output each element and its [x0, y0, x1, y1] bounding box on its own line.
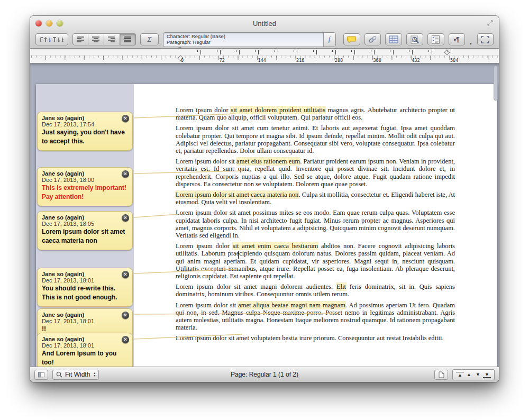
svg-text:A: A	[414, 38, 416, 41]
ruler-tab-stop[interactable]	[371, 50, 375, 54]
text-run[interactable]: Lorem ipsum dolor	[176, 106, 231, 114]
comment-close-icon[interactable]: ✕	[122, 312, 129, 319]
paragraph[interactable]: Lorem ipsum dolor sit amet voluptatem be…	[176, 334, 455, 342]
tab-stops-button[interactable]	[35, 33, 68, 45]
text-run[interactable]: Lorem ipsum dolor	[176, 242, 233, 250]
last-page-button[interactable]: ▼	[483, 372, 491, 378]
paragraph[interactable]: Lorem ipsum dolor sit amet aliqua beatae…	[176, 302, 455, 332]
paragraph[interactable]: Lorem ipsum dolor sit amet possimus mite…	[176, 209, 455, 239]
text-run[interactable]: Lorem ipsum dolor sit amet magni dolorem…	[176, 283, 336, 290]
macro-menu-button[interactable]: Σ	[140, 33, 159, 45]
paragraph-style-label: Paragraph: Regular	[167, 39, 320, 45]
text-run[interactable]: Lorem ipsum dolor sit amet cum tenetur a…	[176, 124, 455, 154]
page-navigation-group: ▲ ▲ ▼ ▼	[452, 369, 495, 380]
comment-author: Jane so (again)	[42, 336, 128, 342]
document-view[interactable]: Jane so (again) Dec 17, 2013, 17:54 Just…	[30, 63, 499, 367]
text-run[interactable]: Lorem ipsum dolor sit	[176, 302, 238, 309]
comment-close-icon[interactable]: ✕	[122, 214, 129, 222]
align-justify-button[interactable]	[120, 33, 136, 45]
comment-text: This is extremely important! Pay attenti…	[42, 184, 128, 202]
align-center-button[interactable]	[88, 33, 104, 45]
highlighted-text[interactable]: sit amet dolorem proident utilitatis	[231, 106, 325, 114]
comment-close-icon[interactable]: ✕	[122, 170, 129, 178]
ruler-number: 432	[412, 58, 419, 63]
ruler-tab-stop[interactable]	[390, 50, 394, 54]
minimize-window-button[interactable]	[46, 20, 52, 26]
ruler-tab-stop[interactable]	[428, 50, 432, 54]
paragraph[interactable]: Lorem ipsum dolor sit amet caeca materia…	[176, 191, 455, 206]
ruler-tab-stop[interactable]	[409, 50, 413, 54]
highlighted-text[interactable]: Lorem ipsum dolor sit amet caeca materia…	[176, 191, 298, 198]
ruler-tab-stop[interactable]	[197, 50, 201, 54]
style-functions-button[interactable]: ƒ	[323, 33, 335, 47]
comment-button[interactable]	[343, 33, 360, 45]
highlighted-text[interactable]: sit amet enim caeca bestiarum	[233, 242, 318, 250]
show-invisibles-button[interactable]: •¶	[449, 33, 465, 45]
next-page-button[interactable]: ▼	[474, 372, 482, 377]
ruler-tab-stop[interactable]	[351, 50, 355, 54]
paragraph[interactable]: Lorem ipsum dolor sit amet dolorem proid…	[176, 106, 455, 121]
titlebar[interactable]: Untitled	[30, 16, 499, 31]
comment-close-icon[interactable]: ✕	[122, 336, 129, 343]
zoom-stepper-icon[interactable]: ▴▾	[94, 372, 95, 377]
paragraph[interactable]: Lorem ipsum dolor sit amet magni dolorem…	[176, 283, 455, 298]
text-run[interactable]: Lorem ipsum dolor sit amet voluptatem be…	[176, 334, 444, 342]
comment-note[interactable]: Jane so (again) Dec 17, 2013, 18:05 Lore…	[37, 211, 133, 250]
ruler-tab-stop[interactable]	[255, 50, 259, 54]
paragraph[interactable]: Lorem ipsum dolor sit amet eius rationem…	[176, 158, 455, 188]
paragraph[interactable]: Lorem ipsum dolor sit amet enim caeca be…	[176, 242, 455, 280]
highlighted-text[interactable]: amet aliqua beatae magni nam magnam	[238, 302, 345, 309]
highlighted-text[interactable]: Elit	[336, 283, 346, 290]
find-button[interactable]: A	[406, 33, 423, 45]
zoom-level-control[interactable]: Fit Width ▴▾	[52, 370, 99, 380]
ruler-tick-row: 072144216288360432504	[30, 56, 499, 63]
comment-close-icon[interactable]: ✕	[122, 115, 129, 122]
ruler-tab-stop[interactable]	[275, 50, 278, 54]
comment-note[interactable]: Jane so (again) Dec 17, 2013, 18:01 You …	[37, 268, 133, 307]
text-run[interactable]: Lorem ipsum dolor sit amet possimus mite…	[176, 209, 455, 239]
comment-note[interactable]: Jane so (again) Dec 17, 2013, 17:54 Just…	[37, 112, 133, 151]
align-left-button[interactable]	[72, 33, 88, 45]
window-title: Untitled	[253, 20, 276, 28]
ruler-tab-stop[interactable]	[217, 50, 221, 54]
invisibles-dropdown-arrow[interactable]: ▾	[470, 42, 472, 48]
document-text-area[interactable]: Lorem ipsum dolor sit amet dolorem proid…	[134, 84, 497, 367]
ruler-tab-stop[interactable]	[294, 50, 297, 54]
close-window-button[interactable]	[35, 20, 42, 26]
comment-note[interactable]: Jane so (again) Dec 17, 2013, 18:00 This…	[37, 167, 133, 206]
text-run[interactable]: Lorem ipsum dolor sit	[176, 158, 236, 165]
comment-author: Jane so (again)	[42, 214, 128, 221]
statusbar: Page: Regular 1 (1 of 2) Fit Width ▴▾	[30, 367, 499, 382]
zoom-window-button[interactable]	[57, 20, 63, 26]
first-line-indent-marker[interactable]	[178, 49, 182, 53]
vertical-scrollbar-thumb[interactable]	[494, 66, 498, 101]
comments-margin[interactable]: Jane so (again) Dec 17, 2013, 17:54 Just…	[36, 84, 134, 367]
paragraph[interactable]: Lorem ipsum dolor sit amet cum tenetur a…	[176, 124, 455, 154]
comment-close-icon[interactable]: ✕	[122, 271, 129, 278]
ruler-tab-stop[interactable]	[313, 50, 317, 54]
ruler-tab-row[interactable]	[30, 49, 499, 56]
ruler-tab-stop[interactable]	[332, 50, 336, 54]
paragraph-style-field[interactable]: Character: Regular (Base) Paragraph: Reg…	[163, 32, 336, 47]
page-view-button[interactable]	[434, 370, 448, 380]
align-right-button[interactable]	[104, 33, 120, 45]
ruler-tab-stop[interactable]	[448, 50, 451, 54]
first-page-button[interactable]: ▲	[456, 372, 464, 378]
align-center-icon	[92, 36, 100, 42]
find-magnifier-icon: A	[410, 35, 419, 44]
sidebar-toggle-button[interactable]	[34, 370, 48, 380]
track-changes-button[interactable]	[427, 33, 444, 45]
previous-page-button[interactable]: ▲	[465, 372, 473, 377]
comment-note[interactable]: Jane so (again) Dec 17, 2013, 18:01 And …	[37, 333, 133, 367]
highlighted-text[interactable]: amet eius rationem eum	[236, 158, 300, 165]
comment-bubble-icon	[347, 36, 356, 43]
link-button[interactable]	[364, 33, 381, 45]
ruler-tab-stop[interactable]	[236, 50, 240, 54]
table-button[interactable]	[385, 33, 402, 45]
ruler[interactable]: 072144216288360432504	[30, 49, 499, 63]
page[interactable]: Jane so (again) Dec 17, 2013, 17:54 Just…	[36, 84, 497, 367]
fullscreen-arrows-icon[interactable]	[487, 20, 494, 26]
character-style-label: Character: Regular (Base)	[167, 33, 320, 40]
fullscreen-button[interactable]	[477, 33, 494, 45]
align-justify-icon	[124, 36, 132, 42]
